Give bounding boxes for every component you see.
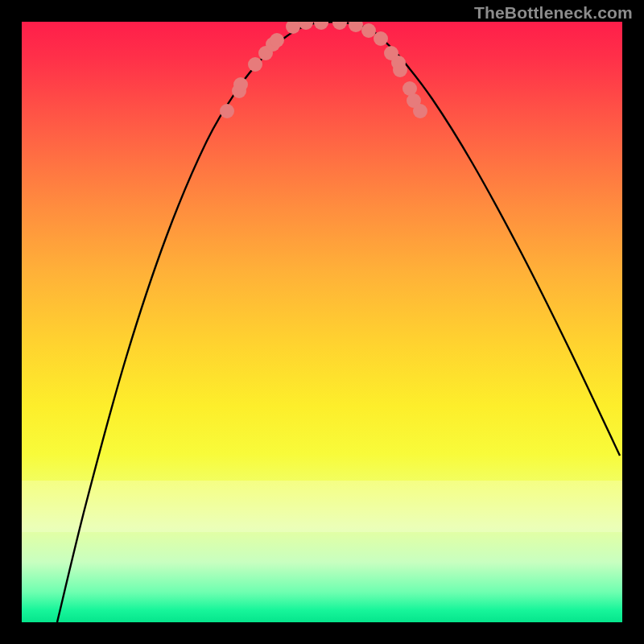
data-marker <box>233 77 248 92</box>
data-markers <box>220 22 427 118</box>
data-marker <box>349 22 363 32</box>
data-marker <box>374 31 388 46</box>
data-marker <box>248 57 262 72</box>
chart-svg <box>22 22 622 622</box>
data-marker <box>286 22 300 34</box>
data-marker <box>332 22 347 30</box>
data-marker <box>220 104 234 118</box>
data-marker <box>314 22 328 30</box>
curve-line <box>57 22 620 622</box>
watermark-text: TheBottleneck.com <box>474 3 633 23</box>
data-marker <box>413 104 427 118</box>
data-marker <box>270 33 284 47</box>
data-marker <box>361 23 376 38</box>
data-marker <box>393 63 407 77</box>
